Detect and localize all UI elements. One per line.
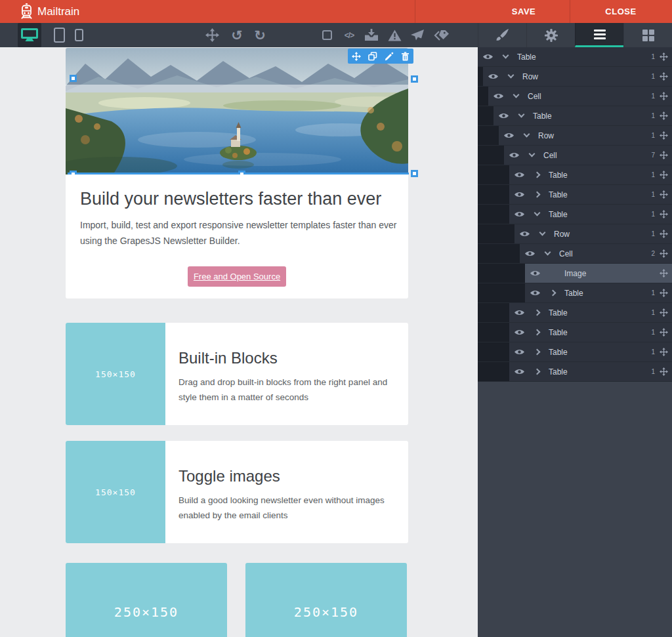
import-template-button[interactable] [364, 23, 379, 47]
edit-component-button[interactable] [385, 52, 394, 61]
move-component-button[interactable] [203, 23, 220, 47]
image-placeholder-250-right[interactable]: 250×150 [245, 563, 407, 637]
image-placeholder-250-left[interactable]: 250×150 [66, 563, 227, 637]
chevron-down-icon[interactable] [508, 95, 524, 97]
layer-move-handle[interactable] [655, 289, 672, 297]
chevron-down-icon[interactable] [518, 134, 534, 136]
layer-move-handle[interactable] [655, 72, 672, 81]
layer-move-handle[interactable] [655, 131, 672, 140]
layer-row-table-13[interactable]: Table1 [478, 303, 672, 323]
layer-row-cell-5[interactable]: Cell7 [478, 146, 672, 165]
layer-move-handle[interactable] [655, 269, 672, 277]
resize-handle-left[interactable] [70, 75, 77, 82]
layer-move-handle[interactable] [655, 112, 672, 120]
layer-row-table-12[interactable]: Table1 [478, 283, 672, 303]
layer-move-handle[interactable] [655, 308, 672, 317]
open-style-manager-button[interactable] [478, 23, 526, 47]
open-layer-manager-button[interactable] [575, 23, 623, 47]
layer-visibility-toggle[interactable] [504, 152, 524, 159]
hero-paragraph[interactable]: Import, build, test and export responsiv… [80, 218, 399, 249]
editor-canvas[interactable]: Build your newsletters faster than ever … [0, 47, 478, 637]
layer-move-handle[interactable] [655, 348, 672, 356]
manage-tags-button[interactable] [432, 23, 450, 47]
hero-card[interactable]: Build your newsletters faster than ever … [66, 175, 408, 298]
layer-visibility-toggle[interactable] [509, 211, 529, 218]
layer-row-row-4[interactable]: Row1 [478, 126, 672, 146]
device-desktop-button[interactable] [18, 23, 41, 47]
layer-move-handle[interactable] [655, 249, 672, 258]
hero-image[interactable] [66, 48, 408, 175]
chevron-down-icon[interactable] [534, 233, 550, 235]
layer-row-cell-10[interactable]: Cell2 [478, 244, 672, 264]
chevron-right-icon[interactable] [529, 369, 545, 374]
layer-visibility-toggle[interactable] [483, 73, 503, 80]
delete-component-button[interactable] [401, 52, 410, 61]
layer-row-cell-2[interactable]: Cell1 [478, 87, 672, 106]
feature-text[interactable]: Build a good looking newsletter even wit… [178, 493, 400, 524]
chevron-down-icon[interactable] [529, 213, 545, 215]
chevron-right-icon[interactable] [529, 310, 545, 315]
drag-component-button[interactable] [352, 52, 361, 61]
save-button[interactable]: SAVE [478, 0, 570, 23]
chevron-down-icon[interactable] [524, 154, 539, 156]
layer-row-table-6[interactable]: Table1 [478, 165, 672, 185]
chevron-right-icon[interactable] [545, 291, 560, 295]
layer-visibility-toggle[interactable] [478, 53, 497, 60]
layer-visibility-toggle[interactable] [525, 270, 545, 277]
layer-visibility-toggle[interactable] [509, 309, 529, 316]
image-placeholder-150[interactable]: 150×150 [66, 323, 165, 425]
image-placeholder-150[interactable]: 150×150 [66, 441, 165, 543]
layer-move-handle[interactable] [655, 367, 672, 376]
layer-visibility-toggle[interactable] [514, 230, 534, 237]
layer-row-table-3[interactable]: Table1 [478, 106, 672, 126]
layer-visibility-toggle[interactable] [494, 112, 513, 119]
layer-row-table-0[interactable]: Table1 [478, 47, 672, 67]
layer-row-row-9[interactable]: Row1 [478, 224, 672, 244]
layer-visibility-toggle[interactable] [509, 171, 529, 178]
feature-text[interactable]: Drag and drop built-in blocks from the r… [178, 375, 400, 405]
copy-component-button[interactable] [368, 52, 377, 61]
layer-move-handle[interactable] [655, 52, 672, 61]
feature-card-toggle-images[interactable]: 150×150 Toggle images Build a good looki… [66, 441, 408, 543]
layer-move-handle[interactable] [655, 230, 672, 238]
open-blocks-button[interactable] [623, 23, 672, 47]
layer-visibility-toggle[interactable] [520, 250, 539, 257]
device-mobile-button[interactable] [69, 23, 89, 47]
layer-visibility-toggle[interactable] [509, 368, 529, 375]
chevron-right-icon[interactable] [529, 192, 545, 197]
layer-visibility-toggle[interactable] [499, 132, 518, 139]
layer-move-handle[interactable] [655, 328, 672, 337]
layer-move-handle[interactable] [655, 190, 672, 199]
layer-row-table-16[interactable]: Table1 [478, 362, 672, 382]
chevron-right-icon[interactable] [529, 173, 545, 177]
resize-handle-right[interactable] [411, 75, 418, 83]
layer-visibility-toggle[interactable] [509, 348, 529, 356]
free-open-source-button[interactable]: Free and Open Source [188, 266, 286, 287]
close-button[interactable]: CLOSE [570, 0, 672, 23]
hero-heading[interactable]: Build your newsletters faster than ever [80, 189, 394, 209]
send-test-button[interactable] [409, 23, 426, 47]
feature-title[interactable]: Toggle images [178, 467, 400, 485]
check-errors-button[interactable] [387, 23, 402, 47]
chevron-down-icon[interactable] [497, 56, 513, 58]
resize-handle-bottom-right[interactable] [411, 170, 418, 177]
layer-visibility-toggle[interactable] [509, 329, 529, 336]
view-code-button[interactable]: </> [341, 23, 358, 47]
chevron-down-icon[interactable] [503, 75, 518, 77]
chevron-down-icon[interactable] [513, 115, 529, 117]
chevron-right-icon[interactable] [529, 350, 545, 354]
layer-visibility-toggle[interactable] [525, 289, 545, 297]
layer-move-handle[interactable] [655, 171, 672, 179]
layer-row-table-8[interactable]: Table1 [478, 205, 672, 224]
chevron-right-icon[interactable] [529, 330, 545, 335]
undo-button[interactable]: ↺ [228, 23, 245, 47]
layer-row-row-1[interactable]: Row1 [478, 67, 672, 87]
open-settings-button[interactable] [526, 23, 575, 47]
layer-row-image-11[interactable]: Image [478, 264, 672, 283]
chevron-down-icon[interactable] [539, 253, 555, 255]
redo-button[interactable]: ↻ [251, 23, 268, 47]
device-tablet-button[interactable] [47, 23, 71, 47]
layer-move-handle[interactable] [655, 210, 672, 218]
layer-visibility-toggle[interactable] [509, 191, 529, 198]
feature-title[interactable]: Built-in Blocks [178, 349, 400, 367]
